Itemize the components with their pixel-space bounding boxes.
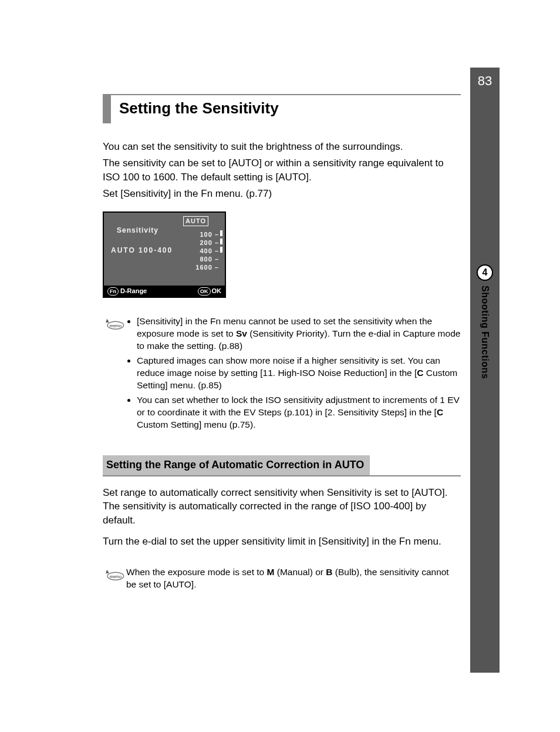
memo-icon: memo [103, 315, 126, 433]
memo1-item-3: You can set whether to lock the ISO sens… [137, 394, 461, 431]
lcd-auto-label: AUTO [183, 216, 208, 226]
chapter-title: Shooting Functions [478, 286, 491, 379]
ok-badge-icon: OK [198, 287, 211, 296]
lcd-scale-1600: 1600 – [195, 263, 219, 271]
memo-block-2: memo When the exposure mode is set to M … [103, 566, 461, 591]
lcd-scale: 100 – 200 – 400 – 800 – 1600 – [195, 230, 219, 271]
side-tab: 83 4 Shooting Functions [470, 68, 500, 673]
svg-text:memo: memo [110, 323, 122, 328]
intro-paragraph-2: The sensitivity can be set to [AUTO] or … [103, 156, 461, 184]
memo1-item-2: Captured images can show more noise if a… [137, 355, 461, 392]
memo1-item-1: [Sensitivity] in the Fn menu cannot be u… [137, 315, 461, 352]
subheading-row: Setting the Range of Automatic Correctio… [103, 455, 461, 476]
memo-icon: memo [103, 566, 126, 591]
svg-text:memo: memo [110, 573, 122, 579]
lcd-footer: FnD-Range OKOK [104, 286, 225, 297]
chapter-number-badge: 4 [477, 264, 493, 281]
lcd-indicator-icon [220, 230, 222, 255]
lcd-footer-right: OK [212, 287, 222, 294]
page-heading: Setting the Sensitivity [119, 95, 279, 123]
subheading: Setting the Range of Automatic Correctio… [103, 455, 370, 475]
sub-paragraph-1: Set range to automatically correct sensi… [103, 486, 461, 528]
heading-row: Setting the Sensitivity [103, 94, 461, 123]
intro-paragraph-3: Set [Sensitivity] in the Fn menu. (p.77) [103, 187, 461, 201]
lcd-footer-left: D-Range [120, 287, 147, 294]
lcd-scale-800: 800 – [195, 255, 219, 263]
lcd-scale-100: 100 – [195, 230, 219, 239]
intro-paragraph-1: You can set the sensitivity to suit the … [103, 140, 461, 154]
page-content: Setting the Sensitivity You can set the … [103, 94, 461, 591]
lcd-screenshot: AUTO Sensitivity AUTO 100-400 100 – 200 … [103, 211, 226, 298]
lcd-auto-range: AUTO 100-400 [111, 246, 173, 256]
lcd-scale-400: 400 – [195, 247, 219, 255]
fn-badge-icon: Fn [107, 287, 119, 296]
chapter-tab: 4 Shooting Functions [470, 264, 500, 379]
memo-block-1: memo [Sensitivity] in the Fn menu cannot… [103, 315, 461, 433]
sub-paragraph-2: Turn the e-dial to set the upper sensiti… [103, 535, 461, 549]
memo2-text: When the exposure mode is set to M (Manu… [126, 566, 461, 591]
lcd-scale-200: 200 – [195, 239, 219, 247]
heading-bar-icon [103, 95, 111, 123]
page-number: 83 [470, 72, 500, 90]
lcd-title: Sensitivity [117, 226, 158, 236]
